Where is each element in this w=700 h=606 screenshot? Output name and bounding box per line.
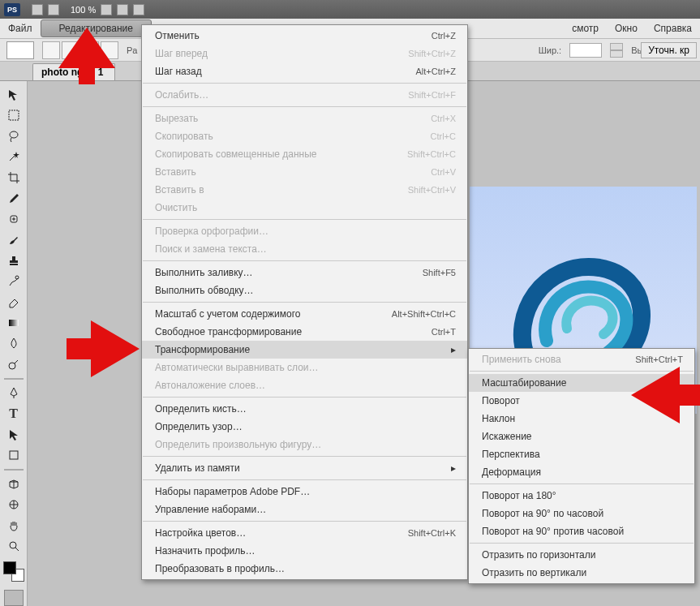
menu-transform[interactable]: Трансформирование [142,341,467,359]
svg-marker-9 [58,28,115,84]
menu-free-transform[interactable]: Свободное трансформированиеCtrl+T [142,323,467,341]
menu-step-back[interactable]: Шаг назадAlt+Ctrl+Z [142,62,467,80]
menu-preset-manager[interactable]: Управление наборами… [142,501,467,518]
submenu-flip-v[interactable]: Отразить по вертикали [469,564,694,582]
menu-clear: Очистить [142,199,467,217]
menu-define-pattern[interactable]: Определить узор… [142,418,467,436]
toolbox-separator-2 [4,469,24,471]
submenu-perspective[interactable]: Перспектива [469,445,694,463]
menu-find-replace: Поиск и замена текста… [142,240,467,258]
history-brush-tool-icon[interactable] [4,273,24,290]
eyedropper-tool-icon[interactable] [4,190,24,208]
type-tool-icon[interactable]: T [4,405,24,423]
submenu-flip-h[interactable]: Отразить по горизонтали [469,546,694,564]
menu-paste-into: Вставить вShift+Ctrl+V [142,181,467,199]
brush-tool-icon[interactable] [4,231,24,249]
current-tool-preview[interactable] [6,41,34,59]
menu-assign-profile[interactable]: Назначить профиль… [142,542,467,560]
menu-spellcheck: Проверка орфографии… [142,222,467,240]
svg-marker-11 [631,367,700,423]
submenu-rotate-90-cw[interactable]: Поворот на 90° по часовой [469,505,694,522]
svg-rect-6 [10,451,18,459]
layout-button-5[interactable] [133,4,144,15]
width-label: Шир.: [539,45,561,55]
menu-content-aware-scale[interactable]: Масштаб с учетом содержимогоAlt+Shift+Ct… [142,305,467,323]
menu-auto-blend: Автоналожение слоев… [142,376,467,394]
annotation-arrow-icon [67,320,140,377]
toolbox-separator [4,378,24,380]
refine-edge-button[interactable]: Уточн. кр [641,42,697,58]
wand-tool-icon[interactable] [4,148,24,166]
heal-tool-icon[interactable] [4,210,24,228]
svg-point-5 [9,363,15,369]
feather-label-fragment: Pa [127,45,137,55]
stamp-tool-icon[interactable] [4,251,24,269]
svg-rect-0 [9,110,19,120]
path-select-tool-icon[interactable] [4,426,24,444]
annotation-arrow-icon [631,367,700,423]
svg-marker-10 [67,320,140,377]
svg-rect-4 [9,320,19,326]
app-badge-icon: PS [4,3,20,16]
submenu-rotate-180[interactable]: Поворот на 180° [469,487,694,505]
annotation-arrow-icon [58,28,115,84]
layout-button-2[interactable] [48,4,59,15]
marquee-tool-icon[interactable] [4,107,24,125]
window-titlebar: PS 100 % [0,0,700,19]
svg-point-8 [10,542,16,548]
move-tool-icon[interactable] [4,86,24,104]
menu-color-settings[interactable]: Настройка цветов…Shift+Ctrl+K [142,524,467,542]
layout-button-1[interactable] [32,4,43,15]
titlebar-controls: 100 % [32,4,144,15]
blur-tool-icon[interactable] [4,335,24,353]
zoom-indicator: 100 % [71,5,96,15]
svg-point-1 [10,131,18,138]
menu-fade: Ослабить…Shift+Ctrl+F [142,86,467,104]
zoom-tool-icon[interactable] [4,537,24,555]
foreground-color-swatch[interactable] [3,561,16,574]
3d-tool-icon[interactable] [4,475,24,493]
layout-button-3[interactable] [101,4,112,15]
shape-tool-icon[interactable] [4,446,24,464]
swap-wh-icon[interactable] [610,43,623,58]
eraser-tool-icon[interactable] [4,293,24,311]
3d-camera-tool-icon[interactable] [4,496,24,514]
gradient-tool-icon[interactable] [4,314,24,332]
submenu-rotate-90-ccw[interactable]: Поворот на 90° против часовой [469,522,694,540]
menu-copy-merged: Скопировать совмещенные данныеShift+Ctrl… [142,145,467,163]
crop-tool-icon[interactable] [4,169,24,187]
menu-pdf-presets[interactable]: Наборы параметров Adobe PDF… [142,483,467,501]
submenu-warp[interactable]: Деформация [469,463,694,481]
menu-stroke[interactable]: Выполнить обводку… [142,282,467,299]
menu-cut: ВырезатьCtrl+X [142,110,467,127]
dodge-tool-icon[interactable] [4,355,24,373]
menu-convert-profile[interactable]: Преобразовать в профиль… [142,560,467,578]
width-input[interactable] [569,43,602,58]
menu-paste: ВставитьCtrl+V [142,163,467,181]
toolbox: T [0,81,28,606]
menu-step-forward: Шаг впередShift+Ctrl+Z [142,45,467,62]
menu-define-brush[interactable]: Определить кисть… [142,400,467,418]
pen-tool-icon[interactable] [4,385,24,402]
submenu-again: Применить сноваShift+Ctrl+T [469,350,694,368]
menu-purge[interactable]: Удалить из памяти [142,459,467,477]
menu-copy: СкопироватьCtrl+C [142,127,467,145]
menu-undo[interactable]: ОтменитьCtrl+Z [142,27,467,45]
layout-button-4[interactable] [117,4,128,15]
menu-help[interactable]: Справка [646,19,700,37]
menu-file[interactable]: Файл [0,19,41,37]
quickmask-toggle-icon[interactable] [4,590,24,606]
menu-view[interactable]: смотр [564,19,607,37]
menu-fill[interactable]: Выполнить заливку…Shift+F5 [142,264,467,282]
menu-define-shape: Определить произвольную фигуру… [142,436,467,453]
lasso-tool-icon[interactable] [4,127,24,145]
menu-auto-align: Автоматически выравнивать слои… [142,359,467,376]
color-swatches[interactable] [3,561,24,582]
menu-window[interactable]: Окно [607,19,646,37]
selection-mode-new-icon[interactable] [42,41,60,59]
submenu-distort[interactable]: Искажение [469,428,694,445]
edit-menu-dropdown: ОтменитьCtrl+Z Шаг впередShift+Ctrl+Z Ша… [141,24,468,580]
hand-tool-icon[interactable] [4,517,24,535]
